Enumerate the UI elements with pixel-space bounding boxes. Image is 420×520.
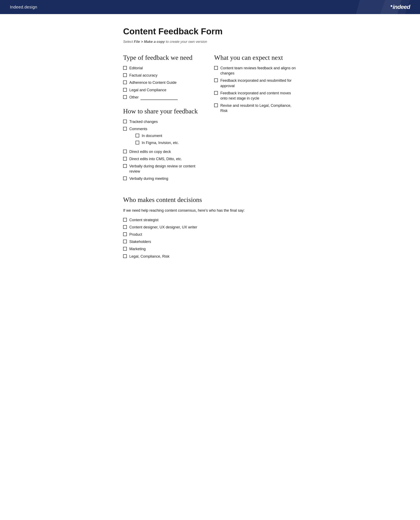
list-item[interactable]: Content team reviews feedback and aligns… — [214, 66, 297, 76]
checkbox-content-designer[interactable] — [123, 225, 127, 229]
checkbox-direct-cms[interactable] — [123, 157, 127, 161]
subtitle-bold: File > Make a copy — [134, 40, 165, 44]
checkbox-in-figma[interactable] — [135, 141, 139, 144]
list-item[interactable]: In document — [135, 133, 206, 138]
checkbox-revise-legal[interactable] — [214, 104, 218, 107]
expect-item-resubmitted: Feedback incorporated and resubmitted fo… — [220, 78, 297, 88]
list-item[interactable]: Verbally during design review or content… — [123, 164, 206, 174]
list-item[interactable]: Direct edits on copy deck — [123, 149, 206, 154]
list-item[interactable]: Legal, Compliance, Risk — [123, 254, 297, 259]
checkbox-tracked[interactable] — [123, 120, 127, 123]
list-item[interactable]: Factual accuracy — [123, 73, 206, 78]
share-item-verbally-design: Verbally during design review or content… — [129, 164, 206, 174]
checkbox-content-strategist[interactable] — [123, 218, 127, 222]
checkbox-adherence[interactable] — [123, 81, 127, 84]
list-item[interactable]: Product — [123, 232, 297, 237]
share-item-tracked: Tracked changes — [129, 119, 206, 124]
two-column-section: Type of feedback we need Editorial Factu… — [123, 54, 297, 184]
how-to-share-list: Tracked changes Comments In document — [123, 119, 206, 181]
list-item[interactable]: Revise and resubmit to Legal, Compliance… — [214, 103, 297, 113]
list-item[interactable]: Tracked changes — [123, 119, 206, 124]
feedback-type-list: Editorial Factual accuracy Adherence to … — [123, 66, 206, 100]
checkbox-other[interactable] — [123, 95, 127, 99]
subtitle: Select File > Make a copy to create your… — [123, 40, 297, 44]
list-item[interactable]: In Figma, Invision, etc. — [135, 140, 206, 145]
list-item[interactable]: Other — [123, 95, 206, 100]
list-item[interactable]: Verbally during meeting — [123, 176, 206, 181]
header-logo-text: Indeed.design — [10, 5, 37, 9]
decisions-list: Content strategist Content designer, UX … — [123, 218, 297, 259]
checkbox-marketing[interactable] — [123, 247, 127, 251]
list-item[interactable]: Marketing — [123, 246, 297, 252]
subtitle-prefix: Select — [123, 40, 134, 44]
expect-list: Content team reviews feedback and aligns… — [214, 66, 297, 113]
expect-item-reviews: Content team reviews feedback and aligns… — [220, 66, 297, 76]
checkbox-verbally-design[interactable] — [123, 164, 127, 168]
expect-item-next-stage: Feedback incorporated and content moves … — [220, 91, 297, 101]
list-item[interactable]: Editorial — [123, 66, 206, 71]
list-item[interactable]: Legal and Compliance — [123, 88, 206, 93]
list-item[interactable]: Feedback incorporated and content moves … — [214, 91, 297, 101]
expect-heading: What you can expect next — [214, 54, 297, 61]
checkbox-stakeholders[interactable] — [123, 240, 127, 243]
list-item[interactable]: Content designer, UX designer, UX writer — [123, 225, 297, 230]
feedback-item-other: Other — [129, 95, 206, 100]
list-item[interactable]: Comments In document In Figma, Invision,… — [123, 126, 206, 147]
page-header: Indeed.design indeed — [0, 0, 420, 14]
decision-item-product: Product — [129, 232, 297, 237]
logo-dot — [391, 5, 392, 7]
page-title: Content Feedback Form — [123, 26, 297, 37]
decision-item-legal: Legal, Compliance, Risk — [129, 254, 297, 259]
list-item[interactable]: Feedback incorporated and resubmitted fo… — [214, 78, 297, 88]
expect-item-revise-legal: Revise and resubmit to Legal, Compliance… — [220, 103, 297, 113]
decisions-section: Who makes content decisions If we need h… — [123, 196, 297, 259]
share-item-verbally-meeting: Verbally during meeting — [129, 176, 206, 181]
list-item[interactable]: Stakeholders — [123, 239, 297, 244]
feedback-type-heading: Type of feedback we need — [123, 54, 206, 61]
checkbox-factual[interactable] — [123, 73, 127, 77]
checkbox-product[interactable] — [123, 232, 127, 236]
checkbox-direct-copy[interactable] — [123, 150, 127, 153]
share-item-comments: Comments In document In Figma, Invision,… — [129, 126, 206, 147]
decisions-heading: Who makes content decisions — [123, 196, 297, 203]
decision-item-stakeholders: Stakeholders — [129, 239, 297, 244]
feedback-item-factual: Factual accuracy — [129, 73, 206, 78]
comments-sub-list: In document In Figma, Invision, etc. — [129, 133, 206, 145]
subtitle-suffix: to create your own version — [165, 40, 207, 44]
right-column: What you can expect next Content team re… — [214, 54, 297, 184]
checkbox-in-document[interactable] — [135, 134, 139, 137]
list-item[interactable]: Direct edits into CMS, Ditto, etc. — [123, 156, 206, 162]
decision-item-strategist: Content strategist — [129, 218, 297, 223]
decision-item-marketing: Marketing — [129, 246, 297, 252]
share-item-direct-cms: Direct edits into CMS, Ditto, etc. — [129, 156, 206, 162]
checkbox-resubmitted[interactable] — [214, 78, 218, 82]
checkbox-editorial[interactable] — [123, 66, 127, 70]
share-item-direct-copy: Direct edits on copy deck — [129, 149, 206, 154]
checkbox-legal-compliance[interactable] — [123, 254, 127, 258]
checkbox-verbally-meeting[interactable] — [123, 176, 127, 180]
checkbox-next-stage[interactable] — [214, 91, 218, 95]
decision-item-designer: Content designer, UX designer, UX writer — [129, 225, 297, 230]
feedback-item-legal: Legal and Compliance — [129, 88, 206, 93]
checkbox-reviews[interactable] — [214, 66, 218, 70]
share-item-in-document: In document — [142, 133, 206, 138]
list-item[interactable]: Adherence to Content Guide — [123, 80, 206, 85]
main-content: Content Feedback Form Select File > Make… — [111, 14, 309, 278]
checkbox-legal[interactable] — [123, 88, 127, 92]
other-blank — [141, 99, 178, 100]
list-item[interactable]: Content strategist — [123, 218, 297, 223]
decisions-body: If we need help reaching content consens… — [123, 208, 297, 213]
how-to-share-heading: How to share your feedback — [123, 107, 206, 115]
indeed-logo: indeed — [391, 4, 410, 10]
feedback-item-adherence: Adherence to Content Guide — [129, 80, 206, 85]
share-item-in-figma: In Figma, Invision, etc. — [142, 140, 206, 145]
feedback-item-editorial: Editorial — [129, 66, 206, 71]
checkbox-comments[interactable] — [123, 127, 127, 131]
left-column: Type of feedback we need Editorial Factu… — [123, 54, 206, 184]
